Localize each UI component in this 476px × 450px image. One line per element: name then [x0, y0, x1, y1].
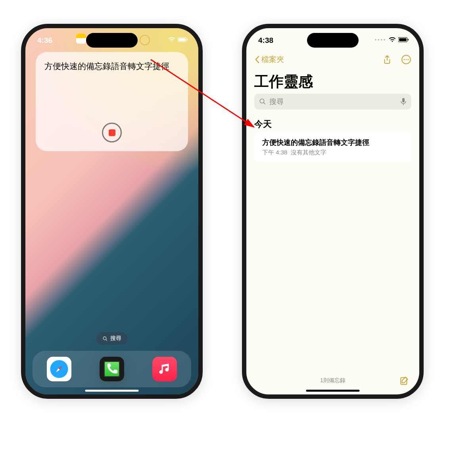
folder-title: 工作靈感 [254, 72, 313, 92]
svg-rect-18 [402, 98, 405, 102]
home-indicator[interactable] [306, 390, 360, 392]
spotlight-search-button[interactable]: 搜尋 [96, 332, 128, 345]
search-icon [259, 98, 266, 105]
right-iphone-mock: 4:38 ●●●● 檔案夾 工作靈感 搜尋 今天 方便快速的備忘錄語音轉文字捷徑 [242, 24, 424, 399]
status-icons: ●●●● [374, 37, 409, 42]
svg-point-13 [404, 59, 405, 60]
notes-app-screen: 4:38 ●●●● 檔案夾 工作靈感 搜尋 今天 方便快速的備忘錄語音轉文字捷徑 [246, 28, 419, 394]
svg-rect-1 [178, 38, 186, 41]
notes-count: 1則備忘錄 [320, 377, 345, 384]
svg-point-16 [260, 99, 264, 103]
svg-line-17 [263, 102, 265, 104]
phone-app-icon[interactable] [100, 357, 124, 381]
battery-icon [398, 37, 409, 42]
notes-app-pill-icon [76, 34, 86, 44]
svg-point-3 [103, 337, 106, 340]
battery-icon [178, 37, 188, 42]
svg-rect-2 [187, 39, 188, 40]
spotlight-label: 搜尋 [110, 335, 121, 342]
svg-line-4 [106, 339, 107, 340]
safari-app-icon[interactable] [47, 357, 71, 381]
search-icon [103, 336, 108, 341]
widget-title: 方便快速的備忘錄語音轉文字捷徑 [44, 61, 179, 72]
note-subtitle: 下午 4:38 沒有其他文字 [262, 149, 403, 156]
compose-note-icon[interactable] [399, 375, 410, 386]
dynamic-island [86, 33, 138, 48]
back-label: 檔案夾 [261, 54, 284, 65]
stop-recording-button[interactable] [102, 123, 122, 142]
more-ellipsis-icon[interactable] [401, 54, 411, 65]
svg-rect-11 [408, 39, 409, 40]
left-iphone-mock: 4:36 方便快速的備忘錄語音轉文字捷徑 搜尋 [21, 24, 203, 399]
cellular-dots-icon: ●●●● [374, 38, 386, 42]
section-today: 今天 [254, 118, 272, 130]
note-title: 方便快速的備忘錄語音轉文字捷徑 [262, 138, 403, 147]
wifi-icon [168, 37, 175, 42]
back-folders-button[interactable]: 檔案夾 [254, 54, 284, 65]
share-icon[interactable] [382, 54, 392, 65]
activity-ring-icon [140, 35, 150, 45]
status-icons [168, 37, 188, 42]
stop-square-icon [109, 129, 115, 136]
dictate-mic-icon[interactable] [400, 98, 407, 106]
voice-memo-widget[interactable]: 方便快速的備忘錄語音轉文字捷徑 [36, 52, 188, 151]
status-time: 4:38 [258, 36, 273, 45]
svg-point-15 [407, 59, 409, 60]
notes-search-input[interactable]: 搜尋 [254, 94, 411, 110]
music-app-icon[interactable] [152, 357, 177, 381]
svg-rect-10 [399, 38, 407, 41]
status-time: 4:36 [37, 36, 52, 45]
home-indicator[interactable] [85, 390, 139, 392]
home-dock [33, 351, 191, 387]
wifi-icon [389, 37, 396, 42]
note-list-item[interactable]: 方便快速的備忘錄語音轉文字捷徑 下午 4:38 沒有其他文字 [254, 132, 411, 162]
chevron-left-icon [254, 56, 260, 63]
left-iphone-screen: 4:36 方便快速的備忘錄語音轉文字捷徑 搜尋 [25, 28, 198, 394]
svg-point-14 [405, 59, 407, 60]
dynamic-island [307, 33, 359, 48]
search-placeholder: 搜尋 [269, 97, 284, 106]
